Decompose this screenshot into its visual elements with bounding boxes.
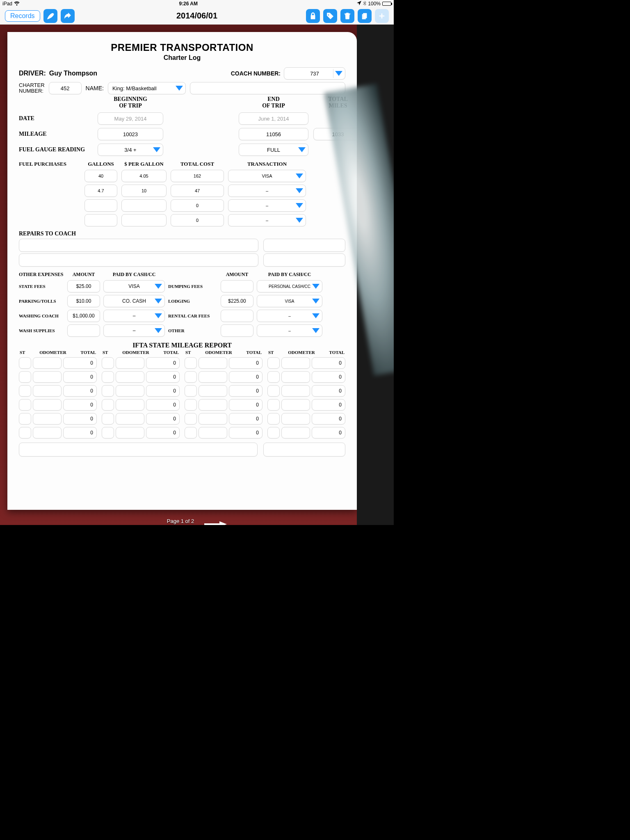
exp-right-amt-0[interactable] [221, 280, 253, 292]
fuel-gallons-2[interactable] [84, 199, 117, 212]
fuel-gauge-end-select[interactable]: FULL [239, 144, 308, 156]
ifta-odo-1-1[interactable] [116, 371, 144, 383]
name-select[interactable]: King: M/Basketball [108, 82, 186, 94]
fuel-txn-2[interactable]: – [228, 199, 306, 212]
fuel-txn-0[interactable]: VISA [228, 170, 306, 182]
exp-right-pay-1[interactable]: VISA [257, 295, 322, 307]
name-extra-input[interactable] [190, 82, 345, 94]
ifta-odo-3-1[interactable] [281, 371, 310, 383]
ifta-odo-0-3[interactable] [33, 399, 62, 411]
ifta-st-1-1[interactable] [102, 371, 114, 383]
ifta-st-1-5[interactable] [102, 427, 114, 438]
ifta-odo-0-1[interactable] [33, 371, 62, 383]
ifta-odo-0-4[interactable] [33, 413, 62, 425]
exp-right-amt-2[interactable] [221, 310, 253, 322]
ifta-st-0-5[interactable] [19, 427, 31, 438]
ifta-st-2-5[interactable] [185, 427, 197, 438]
fuel-gauge-begin-select[interactable]: 3/4 + [98, 144, 163, 156]
fuel-ppg-1[interactable]: 10 [121, 185, 167, 197]
exp-left-pay-2[interactable]: – [103, 310, 165, 322]
ifta-st-1-4[interactable] [102, 413, 114, 425]
ifta-odo-1-3[interactable] [116, 399, 144, 411]
share-icon[interactable] [61, 9, 75, 23]
ifta-odo-0-5[interactable] [33, 427, 62, 438]
repairs-cost-2[interactable] [263, 253, 345, 267]
exp-left-amt-2[interactable]: $1,000.00 [67, 310, 100, 322]
ifta-odo-3-5[interactable] [281, 427, 310, 438]
add-icon[interactable] [375, 9, 389, 23]
fuel-txn-3[interactable]: – [228, 214, 306, 226]
date-end-input[interactable]: June 1, 2014 [239, 112, 308, 125]
fuel-gallons-1[interactable]: 4.7 [84, 185, 117, 197]
duplicate-icon[interactable] [358, 9, 372, 23]
fuel-gallons-0[interactable]: 40 [84, 170, 117, 182]
ifta-st-2-4[interactable] [185, 413, 197, 425]
ifta-st-2-0[interactable] [185, 357, 197, 369]
exp-left-amt-3[interactable] [67, 324, 100, 337]
ifta-st-2-1[interactable] [185, 371, 197, 383]
ifta-st-3-3[interactable] [267, 399, 280, 411]
lock-icon[interactable] [306, 9, 320, 23]
ifta-odo-3-2[interactable] [281, 385, 310, 397]
fuel-txn-1[interactable]: – [228, 185, 306, 197]
fuel-gallons-3[interactable] [84, 214, 117, 226]
ifta-odo-1-0[interactable] [116, 357, 144, 369]
ifta-st-0-3[interactable] [19, 399, 31, 411]
exp-right-amt-3[interactable] [221, 324, 253, 337]
ifta-st-0-4[interactable] [19, 413, 31, 425]
bottom-notes-input[interactable] [19, 443, 258, 457]
ifta-st-1-3[interactable] [102, 399, 114, 411]
ifta-st-2-3[interactable] [185, 399, 197, 411]
ifta-odo-2-2[interactable] [199, 385, 227, 397]
ifta-st-1-2[interactable] [102, 385, 114, 397]
exp-left-pay-1[interactable]: CO. CASH [103, 295, 165, 307]
ifta-odo-1-4[interactable] [116, 413, 144, 425]
repairs-desc-1[interactable] [19, 239, 258, 252]
ifta-odo-2-1[interactable] [199, 371, 227, 383]
exp-right-pay-2[interactable]: – [257, 310, 322, 322]
ifta-st-0-2[interactable] [19, 385, 31, 397]
repairs-desc-2[interactable] [19, 253, 258, 267]
ifta-st-3-4[interactable] [267, 413, 280, 425]
ifta-st-1-0[interactable] [102, 357, 114, 369]
ifta-odo-3-0[interactable] [281, 357, 310, 369]
fuel-ppg-3[interactable] [121, 214, 167, 226]
tag-icon[interactable] [323, 9, 337, 23]
charter-number-input[interactable]: 452 [49, 82, 82, 94]
ifta-odo-2-5[interactable] [199, 427, 227, 438]
ifta-odo-0-0[interactable] [33, 357, 62, 369]
records-button[interactable]: Records [5, 10, 40, 22]
draw-icon[interactable] [43, 9, 57, 23]
exp-right-pay-3[interactable]: – [257, 324, 322, 337]
ifta-odo-1-2[interactable] [116, 385, 144, 397]
ifta-st-0-1[interactable] [19, 371, 31, 383]
fuel-ppg-0[interactable]: 4.05 [121, 170, 167, 182]
trash-icon[interactable] [340, 9, 354, 23]
ifta-st-3-0[interactable] [267, 357, 280, 369]
bottom-total-input[interactable] [263, 443, 345, 457]
exp-left-amt-1[interactable]: $10.00 [67, 295, 100, 307]
ifta-st-3-1[interactable] [267, 371, 280, 383]
exp-right-amt-1[interactable]: $225.00 [221, 295, 253, 307]
ifta-odo-2-0[interactable] [199, 357, 227, 369]
mileage-begin-input[interactable]: 10023 [98, 128, 163, 140]
mileage-end-input[interactable]: 11056 [239, 128, 308, 140]
ifta-odo-2-4[interactable] [199, 413, 227, 425]
ifta-st-3-2[interactable] [267, 385, 280, 397]
exp-left-pay-3[interactable]: – [103, 324, 165, 337]
ifta-st-2-2[interactable] [185, 385, 197, 397]
ifta-st-0-0[interactable] [19, 357, 31, 369]
coach-number-select[interactable]: 737 [284, 67, 345, 80]
ifta-odo-3-3[interactable] [281, 399, 310, 411]
exp-left-pay-0[interactable]: VISA [103, 280, 165, 292]
date-begin-input[interactable]: May 29, 2014 [98, 112, 163, 125]
ifta-st-3-5[interactable] [267, 427, 280, 438]
exp-right-pay-0[interactable]: PERSONAL CASH/CC [257, 280, 322, 292]
ifta-odo-3-4[interactable] [281, 413, 310, 425]
ifta-odo-1-5[interactable] [116, 427, 144, 438]
exp-left-amt-0[interactable]: $25.00 [67, 280, 100, 292]
repairs-cost-1[interactable] [263, 239, 345, 252]
ifta-odo-0-2[interactable] [33, 385, 62, 397]
fuel-ppg-2[interactable] [121, 199, 167, 212]
ifta-odo-2-3[interactable] [199, 399, 227, 411]
